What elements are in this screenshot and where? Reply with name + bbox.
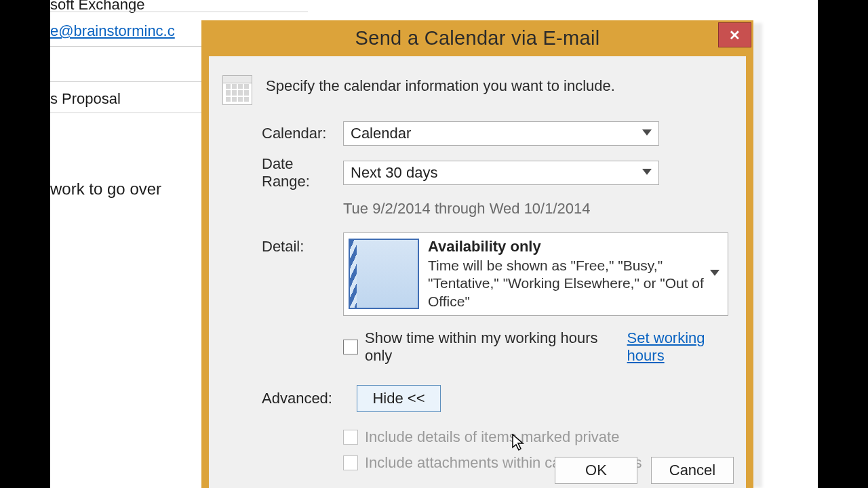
include-private-label: Include details of items marked private bbox=[365, 428, 619, 446]
include-attachments-checkbox[interactable] bbox=[343, 455, 358, 470]
hide-advanced-button[interactable]: Hide << bbox=[357, 385, 441, 412]
chevron-down-icon bbox=[709, 270, 721, 278]
cancel-button[interactable]: Cancel bbox=[651, 457, 734, 484]
daterange-note: Tue 9/2/2014 through Wed 10/1/2014 bbox=[343, 200, 734, 218]
ok-button[interactable]: OK bbox=[555, 457, 637, 484]
daterange-label: Date Range: bbox=[262, 155, 343, 190]
calendar-icon bbox=[222, 75, 252, 105]
background-email-window: soft Exchange e@brainstorminc.c s Propos… bbox=[50, 0, 818, 488]
bg-email-link[interactable]: e@brainstorminc.c bbox=[50, 22, 175, 40]
intro-text: Specify the calendar information you wan… bbox=[266, 75, 615, 95]
calendar-select[interactable]: Calendar bbox=[343, 121, 659, 146]
calendar-select-value: Calendar bbox=[351, 125, 411, 142]
dialog-title-bar: Send a Calendar via E-mail ✕ bbox=[201, 20, 753, 56]
daterange-select-value: Next 30 days bbox=[351, 164, 437, 182]
working-hours-checkbox[interactable] bbox=[343, 340, 358, 354]
include-private-checkbox[interactable] bbox=[343, 430, 358, 445]
working-hours-label: Show time within my working hours only bbox=[365, 329, 601, 365]
dialog-title: Send a Calendar via E-mail bbox=[355, 27, 600, 49]
advanced-label: Advanced: bbox=[262, 390, 332, 407]
daterange-select[interactable]: Next 30 days bbox=[343, 161, 659, 185]
bg-subject-fragment: s Proposal bbox=[50, 90, 121, 108]
detail-title: Availability only bbox=[428, 238, 721, 256]
detail-label: Detail: bbox=[262, 238, 343, 256]
send-calendar-dialog: Send a Calendar via E-mail ✕ Specify the… bbox=[201, 20, 753, 488]
set-working-hours-link[interactable]: Set working hours bbox=[627, 329, 734, 365]
bg-body-fragment: work to go over bbox=[50, 180, 161, 199]
close-button[interactable]: ✕ bbox=[718, 22, 751, 47]
close-icon: ✕ bbox=[729, 28, 741, 42]
dialog-client-area: Specify the calendar information you wan… bbox=[209, 56, 746, 488]
calendar-label: Calendar: bbox=[262, 125, 343, 142]
chevron-down-icon bbox=[641, 129, 653, 138]
detail-preview-icon bbox=[349, 239, 419, 309]
detail-description: Time will be shown as "Free," "Busy," "T… bbox=[428, 257, 721, 310]
chevron-down-icon bbox=[641, 169, 653, 177]
detail-select[interactable]: Availability only Time will be shown as … bbox=[343, 232, 728, 316]
